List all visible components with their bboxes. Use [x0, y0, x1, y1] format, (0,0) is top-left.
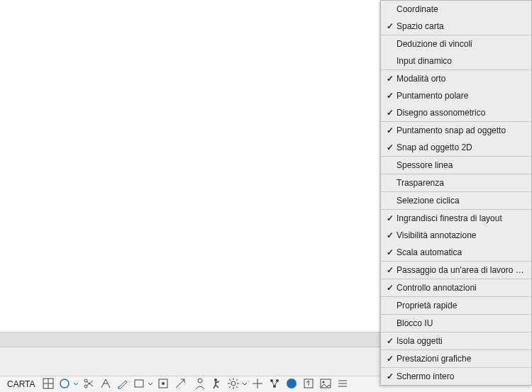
menu-item-label: Schermo intero — [397, 371, 526, 381]
menu-item-label: Modalità orto — [397, 74, 526, 84]
check-icon: ✓ — [384, 21, 397, 31]
menu-item-label: Puntamento snap ad oggetto — [397, 125, 526, 135]
circle-icon[interactable] — [57, 376, 79, 391]
menu-item-label: Selezione ciclica — [397, 196, 526, 206]
grid-icon[interactable] — [40, 376, 56, 391]
check-icon: ✓ — [384, 108, 397, 118]
person-run-icon[interactable] — [209, 376, 225, 391]
menu-item-label: Visibilità annotazione — [397, 230, 526, 240]
menu-item[interactable]: ✓Prestazioni grafiche — [381, 350, 531, 367]
menu-item-label: Spazio carta — [397, 21, 526, 31]
menu-item[interactable]: ✓Modalità orto — [381, 70, 531, 87]
check-icon: ✓ — [384, 125, 397, 135]
menu-item-label: Disegno assonometrico — [397, 108, 526, 118]
menu-item[interactable]: ✓Controllo annotazioni — [381, 279, 531, 296]
check-icon: ✓ — [384, 213, 397, 223]
scissors-icon[interactable] — [81, 376, 96, 391]
menu-item-label: Deduzione di vincoli — [397, 39, 526, 49]
check-icon: ✓ — [384, 247, 397, 257]
check-icon: ✓ — [384, 336, 397, 346]
menu-item[interactable]: Selezione ciclica — [381, 192, 531, 209]
menu-item-label: Isola oggetti — [397, 336, 526, 346]
check-icon: ✓ — [384, 74, 397, 84]
globe-icon[interactable] — [284, 376, 299, 391]
customize-icon[interactable] — [335, 376, 350, 391]
menu-item[interactable]: Proprietà rapide — [381, 297, 531, 314]
menu-item-label: Controllo annotazioni — [397, 283, 526, 293]
menu-item-label: Scala automatica — [397, 247, 526, 257]
menu-item[interactable]: ✓Visibilità annotazione — [381, 227, 531, 244]
check-icon: ✓ — [384, 283, 397, 293]
menu-item[interactable]: ✓Spazio carta — [381, 18, 531, 35]
menu-item[interactable]: ✓Snap ad oggetto 2D — [381, 139, 531, 156]
menu-item-label: Trasparenza — [397, 178, 526, 188]
constraint-icon[interactable] — [98, 376, 113, 391]
export-icon[interactable] — [301, 376, 316, 391]
menu-item[interactable]: ✓Isola oggetti — [381, 332, 531, 349]
check-icon: ✓ — [384, 230, 397, 240]
menu-item[interactable]: Blocco IU — [381, 315, 531, 332]
menu-item-label: Input dinamico — [397, 56, 526, 66]
menu-item-label: Blocco IU — [397, 318, 526, 328]
check-icon: ✓ — [384, 265, 397, 275]
menu-item[interactable]: Coordinate — [381, 1, 531, 18]
menu-item[interactable]: ✓Scala automatica — [381, 244, 531, 261]
gear-icon[interactable] — [226, 376, 248, 391]
menu-item[interactable]: ✓Ingrandisci finestra di layout — [381, 210, 531, 227]
person-icon[interactable] — [192, 376, 208, 391]
menu-item-label: Ingrandisci finestra di layout — [397, 213, 526, 223]
scale-icon[interactable] — [172, 376, 188, 391]
check-icon: ✓ — [384, 142, 397, 152]
node-icon[interactable] — [267, 376, 282, 391]
menu-item[interactable]: Deduzione di vincoli — [381, 35, 531, 52]
menu-item-label: Spessore linea — [397, 160, 526, 170]
menu-item-label: Proprietà rapide — [397, 301, 526, 310]
menu-item-label: Puntamento polare — [397, 91, 526, 101]
menu-item-label: Coordinate — [397, 4, 526, 14]
rect-icon[interactable] — [132, 376, 154, 391]
crosshair-icon[interactable] — [250, 376, 265, 391]
check-icon: ✓ — [384, 91, 397, 101]
menu-item[interactable]: Input dinamico — [381, 52, 531, 69]
space-label[interactable]: CARTA — [0, 379, 40, 389]
menu-item[interactable]: ✓Passaggio da un'area di lavoro ad un'al… — [381, 262, 531, 279]
snap-icon[interactable] — [155, 376, 171, 391]
menu-item[interactable]: ✓Schermo intero — [381, 368, 531, 385]
check-icon: ✓ — [384, 371, 397, 381]
menu-item[interactable]: ✓Puntamento snap ad oggetto — [381, 122, 531, 139]
menu-item-label: Snap ad oggetto 2D — [397, 142, 526, 152]
menu-item[interactable]: ✓Disegno assonometrico — [381, 104, 531, 121]
image-icon[interactable] — [318, 376, 333, 391]
check-icon: ✓ — [384, 354, 397, 364]
statusbar-customize-menu[interactable]: Coordinate✓Spazio cartaDeduzione di vinc… — [380, 0, 532, 386]
menu-item[interactable]: ✓Puntamento polare — [381, 87, 531, 104]
menu-item-label: Prestazioni grafiche — [397, 354, 526, 364]
menu-item-label: Passaggio da un'area di lavoro ad un'alt… — [397, 265, 526, 275]
draw-icon[interactable] — [115, 376, 131, 391]
menu-item[interactable]: Trasparenza — [381, 174, 531, 191]
menu-item[interactable]: Spessore linea — [381, 157, 531, 174]
